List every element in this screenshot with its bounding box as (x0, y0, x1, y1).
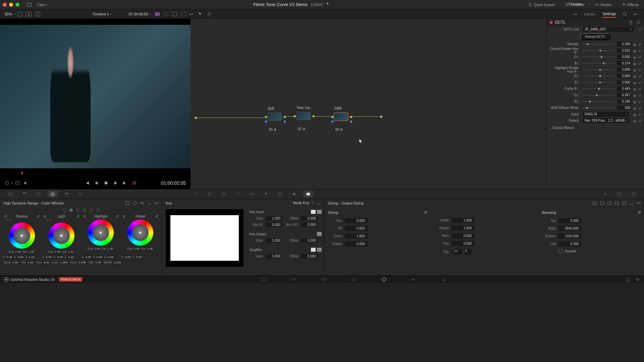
sizing-icon[interactable] (303, 191, 313, 197)
tracking-icon[interactable] (247, 191, 257, 197)
library-tab[interactable]: Library (583, 11, 596, 17)
nodes-button[interactable]: Nodes (592, 1, 614, 8)
stop-button[interactable] (104, 181, 108, 185)
qualifier-icon[interactable] (219, 191, 229, 197)
color-page-button[interactable] (381, 277, 387, 282)
color-wheel-light[interactable] (48, 223, 74, 249)
hand-icon[interactable] (206, 11, 212, 17)
dctl-list-select[interactable]: JP_2499_DRT▾ (583, 27, 634, 32)
sizing-mode-3-icon[interactable] (607, 201, 612, 205)
effect-enable-toggle[interactable] (550, 21, 552, 24)
matte-mask-icon[interactable] (317, 210, 322, 214)
prev-frame-button[interactable] (94, 181, 99, 185)
param-slider[interactable] (583, 101, 615, 102)
loop-button[interactable] (132, 181, 137, 185)
warper-icon[interactable] (205, 191, 215, 197)
node-graph[interactable]: Split 01 ⊘ Tone Cur... 02 ⊘ 2499 03 ⊘ (191, 19, 546, 189)
reset-icon[interactable] (636, 20, 641, 25)
sizing-zoom-value[interactable]: 1.000 (345, 234, 368, 239)
param-slider[interactable] (583, 50, 615, 51)
viewer-scrubber[interactable] (0, 172, 191, 174)
mute-icon[interactable] (23, 181, 28, 185)
color-wheel-shadow[interactable] (9, 223, 35, 249)
keyframes-icon[interactable] (600, 191, 610, 197)
sizing-rotate-value[interactable]: 0.000 (345, 241, 368, 246)
flip-v-button[interactable]: ⇕ (465, 249, 472, 255)
qualifier-invert-icon[interactable] (311, 248, 316, 252)
param-slider[interactable] (583, 57, 615, 57)
output-select[interactable]: Rec 709 Pow... 2.2 - sRGB▾ (583, 118, 629, 123)
param-value[interactable]: 0.032 (617, 48, 631, 53)
quick-export-button[interactable]: Quick Export (525, 1, 557, 8)
qualifier-mask-icon[interactable] (317, 248, 322, 252)
highlight-icon[interactable] (172, 11, 178, 17)
curves-icon[interactable] (191, 191, 201, 197)
sizing-top-value[interactable]: 0.000 (558, 218, 581, 223)
settings-tab[interactable]: Settings (602, 10, 617, 18)
reset-icon[interactable] (316, 201, 321, 205)
param-slider[interactable] (583, 69, 615, 70)
reset-icon[interactable] (147, 201, 152, 205)
param-slider[interactable] (583, 95, 615, 96)
expand-icon[interactable] (125, 201, 130, 205)
sizing-width-value[interactable]: 1.000 (452, 218, 475, 223)
color-wheel-global[interactable] (127, 220, 153, 246)
close-window[interactable] (3, 3, 7, 7)
next-wheel-page[interactable]: › (103, 208, 104, 212)
dual-viewer-icon[interactable] (26, 11, 32, 17)
global-blend-toggle[interactable]: ▸ Global Blend (546, 124, 644, 132)
blur-icon[interactable] (275, 191, 285, 197)
edit-page-button[interactable] (320, 277, 327, 282)
deliver-page-button[interactable] (441, 277, 448, 282)
sizing-mode-4-icon[interactable] (614, 201, 619, 205)
node-01[interactable]: Split 01 ⊘ (268, 113, 283, 126)
magic-mask-icon[interactable] (261, 191, 271, 197)
image-wipe-icon[interactable] (154, 11, 160, 17)
effects-button[interactable]: Effects (619, 1, 641, 8)
sizing-height-value[interactable]: 1.000 (452, 226, 475, 231)
hdr-icon[interactable]: HDR (48, 191, 58, 197)
sizing-mode-5-icon[interactable] (622, 201, 627, 205)
rgb-mixer-icon[interactable] (62, 191, 72, 197)
camera-raw-icon[interactable] (5, 191, 15, 197)
scopes-icon[interactable] (614, 191, 625, 197)
trash-icon[interactable] (629, 20, 633, 25)
key-icon[interactable] (289, 191, 299, 197)
param-value[interactable]: 0.449 (617, 86, 631, 91)
reset-icon[interactable] (629, 201, 634, 205)
expand-icon[interactable] (180, 11, 186, 17)
param-slider[interactable] (583, 82, 615, 83)
settings-gear-icon[interactable] (635, 277, 640, 282)
sizing-pan-value[interactable]: 0.000 (345, 218, 368, 223)
cut-page-button[interactable] (290, 277, 297, 282)
clips-dropdown[interactable]: Clips ▾ (34, 2, 51, 8)
output-node[interactable] (380, 116, 382, 118)
color-match-icon[interactable] (19, 191, 30, 197)
param-value[interactable]: 0.000 (617, 80, 631, 84)
first-frame-button[interactable] (85, 181, 90, 185)
minimize-window[interactable] (9, 3, 13, 7)
sizing-bottom-value[interactable]: 2160.000 (558, 234, 581, 239)
param-value[interactable]: 0.185 (617, 99, 631, 104)
param-value[interactable]: 300 (617, 106, 631, 110)
smooth-checkbox[interactable] (558, 249, 562, 253)
viewer-image[interactable] (0, 25, 191, 168)
matte-invert-icon[interactable] (311, 210, 316, 214)
viewer-timecode[interactable]: 01:00:02:05 (161, 180, 186, 186)
param-value[interactable]: 0.050 (617, 55, 631, 59)
reload-dctl-button[interactable]: Reload DCTL (580, 33, 610, 40)
sizing-mode-1-icon[interactable] (592, 201, 597, 205)
maximize-window[interactable] (15, 3, 19, 7)
sizing-left-value[interactable]: 0.000 (558, 241, 581, 246)
zone-graph-icon[interactable] (132, 201, 137, 205)
fairlight-page-button[interactable] (411, 277, 418, 282)
sizing-pitch-value[interactable]: 0.000 (452, 233, 475, 238)
single-viewer-icon[interactable] (17, 11, 23, 17)
enhanced-viewer-icon[interactable] (35, 11, 41, 17)
window-icon[interactable] (233, 191, 243, 197)
sizing-right-value[interactable]: 3840.000 (558, 226, 581, 231)
sizing-tilt-value[interactable]: 0.000 (345, 226, 368, 231)
timeline-name[interactable]: Timeline 1 ▾ (92, 12, 112, 16)
media-page-button[interactable] (260, 277, 267, 282)
node-02[interactable]: Tone Cur... 02 ⊘ (297, 112, 312, 125)
